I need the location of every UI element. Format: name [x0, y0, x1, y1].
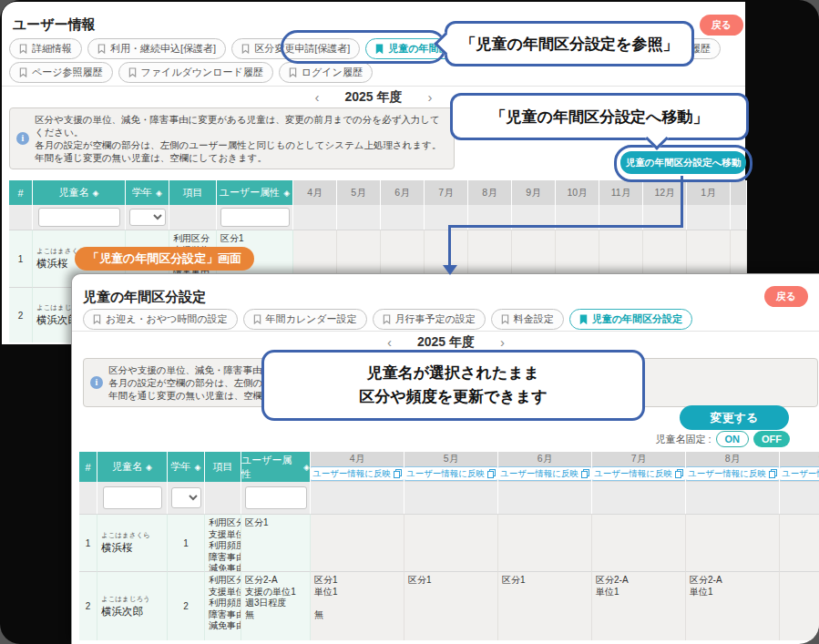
line	[691, 245, 726, 257]
month-header-7: 10月	[556, 180, 599, 205]
month-cell: 区分2-A単位1	[592, 571, 686, 640]
fix-off-button[interactable]: OFF	[753, 431, 790, 447]
name-filter-input[interactable]	[38, 208, 120, 227]
back-button[interactable]: 戻る	[700, 15, 743, 36]
settings-tab-3[interactable]: 月行事予定の設定	[373, 309, 486, 330]
name-filter-cell	[33, 205, 126, 230]
line: 無	[245, 609, 306, 621]
copy-icon	[675, 469, 683, 478]
attr-filter-input[interactable]	[220, 208, 290, 227]
prev-year-chevron[interactable]: ‹	[387, 334, 392, 351]
line	[408, 598, 494, 609]
sort-icon[interactable]: ◈	[283, 189, 290, 198]
bookmark-icon	[93, 314, 101, 324]
tab-2[interactable]: ファイルダウンロード履歴	[118, 62, 273, 83]
tab-label: ログイン履歴	[302, 66, 363, 79]
filter-cell	[498, 482, 592, 514]
line	[690, 540, 775, 552]
line	[314, 540, 400, 552]
line	[603, 233, 639, 245]
month-cell: 区分1	[498, 571, 592, 640]
line	[690, 552, 775, 564]
col-header-label: 児童名	[112, 460, 142, 474]
child-name: 横浜桜	[101, 541, 163, 555]
sort-icon[interactable]: ◈	[303, 463, 310, 472]
month-label: 12月	[654, 187, 674, 199]
tab-label: お迎え・おやつ時間の設定	[106, 312, 228, 326]
settings-tab-5[interactable]: 児童の年間区分設定	[569, 309, 692, 330]
col-header-num: #	[9, 180, 33, 205]
reflect-button[interactable]: ユーザー情報に反映	[498, 466, 592, 481]
grade-filter-select[interactable]	[171, 487, 201, 508]
sort-icon[interactable]: ◈	[93, 189, 99, 198]
month-header-1: 4月	[293, 180, 337, 205]
back-button[interactable]: 戻る	[764, 286, 808, 307]
col-header-grade[interactable]: 学年◈	[168, 452, 205, 482]
line	[596, 609, 681, 621]
filter-cell	[381, 205, 425, 230]
info-line: 区分や支援の単位、減免・障害事由に変更がある児童は、変更の前月までの分を必ず入力…	[35, 113, 446, 138]
col-header-label: 児童名	[59, 186, 89, 199]
col-header-name[interactable]: 児童名◈	[97, 452, 168, 482]
attr-filter-input[interactable]	[245, 486, 307, 509]
line	[384, 245, 420, 257]
col-header-attr[interactable]: ユーザー属性◈	[217, 180, 293, 205]
reflect-button[interactable]: ユーザー情報に反映	[592, 466, 686, 481]
line	[690, 609, 775, 621]
tab-row-2: ページ参照履歴ファイルダウンロード履歴ログイン履歴	[9, 62, 373, 83]
callout-update: 児童名が選択されたまま 区分や頻度を更新できます	[261, 350, 645, 421]
sort-icon[interactable]: ◈	[146, 463, 152, 472]
col-header-attr[interactable]: ユーザー属性◈	[241, 452, 311, 482]
col-header-name[interactable]: 児童名◈	[33, 180, 126, 205]
line	[783, 575, 819, 587]
tab-3[interactable]: 区分変更申請[保護者]	[231, 38, 360, 59]
cell-lines: 区分2-A単位1	[596, 575, 681, 632]
filter-cell	[686, 482, 780, 514]
line	[502, 609, 588, 621]
name-filter-input[interactable]	[103, 486, 162, 509]
filter-cell	[293, 205, 337, 230]
month-label: 6月	[537, 453, 552, 465]
cell-lines	[783, 575, 819, 632]
tab-3[interactable]: ログイン履歴	[279, 62, 373, 83]
tab-1[interactable]: ページ参照履歴	[9, 62, 113, 83]
month-header-3: 6月ユーザー情報に反映	[498, 452, 592, 482]
next-year-chevron[interactable]: ›	[500, 334, 505, 351]
line	[314, 563, 400, 571]
category-settings-window: 児童の年間区分設定 戻る お迎え・おやつ時間の設定年間カレンダー設定月行事予定の…	[71, 273, 819, 644]
go-to-category-settings-button[interactable]: 児童の年間区分設定へ移動	[620, 151, 746, 174]
bookmark-icon	[253, 314, 261, 324]
col-header-item: 項目	[205, 452, 241, 482]
reflect-button[interactable]: ユーザー情報に反映	[311, 466, 404, 481]
fix-on-button[interactable]: ON	[716, 431, 750, 447]
settings-tab-4[interactable]: 料金設定	[491, 309, 564, 330]
prev-year-chevron[interactable]: ‹	[314, 89, 319, 106]
month-label: 8月	[482, 187, 497, 199]
next-year-chevron[interactable]: ›	[428, 89, 433, 106]
settings-tab-1[interactable]: お迎え・おやつ時間の設定	[83, 309, 238, 330]
col-header-label: ユーザー属性	[220, 186, 281, 199]
reflect-button[interactable]: ユーザー情報に反映	[404, 466, 498, 481]
line	[596, 540, 681, 552]
line: 減免事由	[209, 620, 237, 632]
filter-cell	[79, 482, 97, 514]
grade-filter-select[interactable]	[129, 209, 166, 226]
tab-1[interactable]: 詳細情報	[9, 38, 82, 59]
line	[314, 517, 400, 529]
copy-icon	[581, 469, 589, 478]
reflect-button[interactable]: ユーザー情報に反映	[686, 466, 780, 481]
apply-change-button[interactable]: 変更する	[680, 405, 789, 430]
sort-icon[interactable]: ◈	[156, 189, 162, 198]
line	[245, 540, 306, 552]
line: 利用頻度	[209, 540, 237, 552]
tab-2[interactable]: 利用・継続申込[保護者]	[87, 38, 226, 59]
line: 週3日程度	[245, 598, 306, 609]
child-kana: よこはまじろう	[101, 595, 163, 604]
reflect-button[interactable]: ユーザー情報に反映	[780, 466, 819, 481]
settings-tab-2[interactable]: 年間カレンダー設定	[243, 309, 367, 330]
attr-cell: 区分2-A支援の単位1週3日程度無	[241, 571, 311, 640]
line	[690, 529, 775, 541]
col-header-grade[interactable]: 学年◈	[126, 180, 169, 205]
sort-icon[interactable]: ◈	[195, 463, 201, 472]
cell-lines: 区分1	[408, 575, 494, 632]
